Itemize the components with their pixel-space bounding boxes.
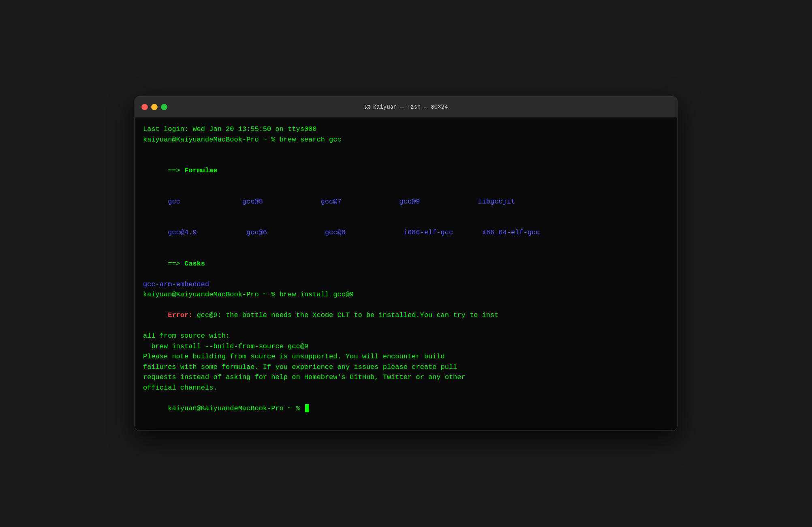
line-error2: all from source with: xyxy=(143,331,669,341)
line-warning1: Please note building from source is unsu… xyxy=(143,351,669,362)
line-warning3: requests instead of asking for help on H… xyxy=(143,372,669,383)
casks-label: Casks xyxy=(184,260,205,268)
line-casks-header: ==> Casks xyxy=(143,248,669,279)
terminal-window: 🗂 kaiyuan — -zsh — 80×24 Last login: Wed… xyxy=(135,96,677,431)
window-title: 🗂 kaiyuan — -zsh — 80×24 xyxy=(364,103,448,111)
maximize-button[interactable] xyxy=(161,104,167,110)
empty-line-1 xyxy=(143,145,669,155)
line-error1: Error: gcc@9: the bottle needs the Xcode… xyxy=(143,300,669,331)
line-cask-item: gcc-arm-embedded xyxy=(143,279,669,290)
line-error3: brew install --build-from-source gcc@9 xyxy=(143,341,669,352)
line-cmd2: kaiyuan@KaiyuandeMacBook-Pro ~ % brew in… xyxy=(143,289,669,300)
line-formulae-header: ==> Formulae xyxy=(143,155,669,186)
line-formulae-row2: gcc@4.9 gcc@6 gcc@8 i686-elf-gcc x86_64-… xyxy=(143,217,669,249)
error-text1: gcc@9: the bottle needs the Xcode CLT to… xyxy=(192,311,498,319)
traffic-lights xyxy=(141,104,167,110)
formulae-label: Formulae xyxy=(184,167,218,174)
title-text: kaiyuan — -zsh — 80×24 xyxy=(373,104,448,110)
minimize-button[interactable] xyxy=(151,104,158,110)
titlebar: 🗂 kaiyuan — -zsh — 80×24 xyxy=(135,96,677,118)
line-formulae-row1: gcc gcc@5 gcc@7 gcc@9 libgccjit xyxy=(143,186,669,217)
arrow-formulae: ==> xyxy=(168,167,184,174)
folder-icon: 🗂 xyxy=(364,103,371,111)
line-warning4: official channels. xyxy=(143,383,669,393)
formula-gcc49: gcc@4.9 gcc@6 gcc@8 i686-elf-gcc x86_64-… xyxy=(168,229,540,236)
terminal-body[interactable]: Last login: Wed Jan 20 13:55:50 on ttys0… xyxy=(135,118,677,431)
close-button[interactable] xyxy=(141,104,148,110)
cursor xyxy=(305,404,309,412)
prompt-text: kaiyuan@KaiyuandeMacBook-Pro ~ % xyxy=(168,405,304,412)
line-login: Last login: Wed Jan 20 13:55:50 on ttys0… xyxy=(143,124,669,135)
line-warning2: failures with some formulae. If you expe… xyxy=(143,362,669,373)
line-cmd1: kaiyuan@KaiyuandeMacBook-Pro ~ % brew se… xyxy=(143,135,669,145)
arrow-casks: ==> xyxy=(168,260,184,268)
error-label: Error: xyxy=(168,311,192,319)
line-prompt-final: kaiyuan@KaiyuandeMacBook-Pro ~ % xyxy=(143,393,669,424)
formula-gcc: gcc gcc@5 gcc@7 gcc@9 libgccjit xyxy=(168,198,515,206)
